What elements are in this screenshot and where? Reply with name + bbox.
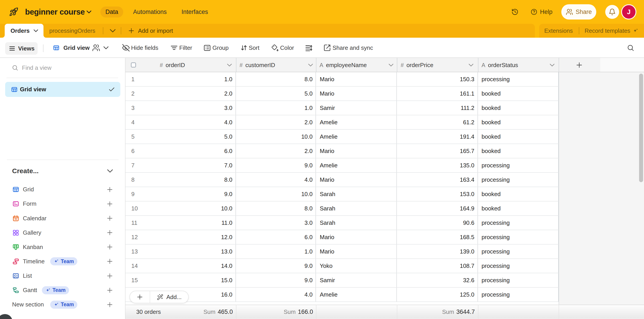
svg-text:31: 31 xyxy=(14,218,17,220)
